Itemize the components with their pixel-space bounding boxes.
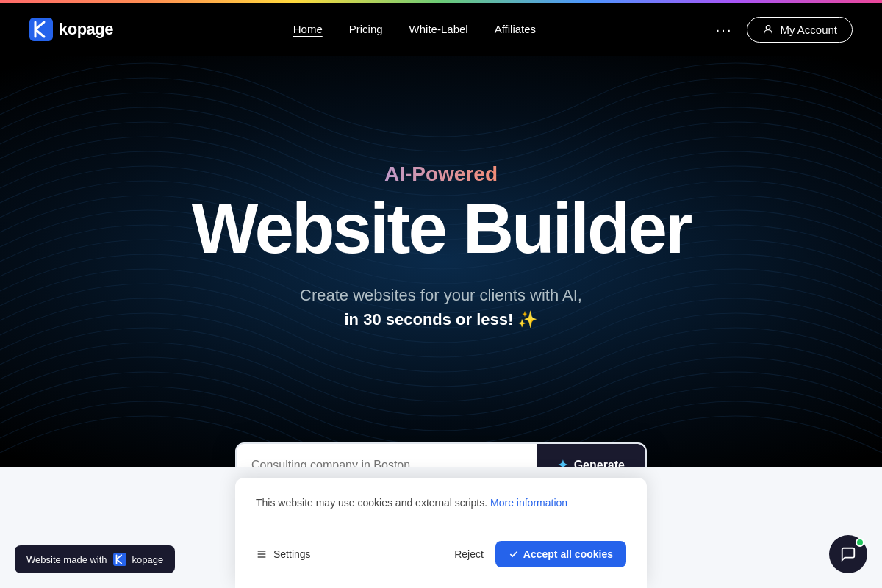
settings-button[interactable]: Settings [256, 548, 311, 560]
settings-icon [256, 548, 268, 560]
sparkle-icon: ✦ [557, 457, 568, 467]
nav-pricing[interactable]: Pricing [349, 23, 383, 36]
kopage-logo-small [113, 553, 126, 566]
logo-icon [29, 18, 53, 41]
more-info-link[interactable]: More information [490, 497, 567, 509]
subtitle-text: Create websites for your clients with AI… [192, 283, 691, 331]
svg-rect-5 [113, 553, 126, 566]
ai-powered-text: AI-Powered [192, 162, 691, 186]
svg-rect-0 [29, 18, 53, 41]
cookie-actions: Settings Reject Accept all cookies [256, 541, 626, 567]
logo-text: kopage [59, 20, 113, 39]
generate-button[interactable]: ✦ Generate [537, 444, 645, 467]
accept-cookies-button[interactable]: Accept all cookies [495, 541, 626, 567]
nav-home[interactable]: Home [293, 23, 323, 36]
chat-icon [840, 546, 856, 562]
hero-section: AI-Powered Website Builder Create websit… [0, 56, 882, 467]
cookie-divider [256, 526, 626, 526]
headline-text: Website Builder [192, 192, 691, 266]
chat-button[interactable] [829, 535, 867, 573]
nav-right: ··· My Account [716, 17, 853, 43]
my-account-button[interactable]: My Account [747, 17, 853, 43]
cookie-message: This website may use cookies and externa… [256, 495, 626, 511]
search-input[interactable] [237, 445, 537, 467]
nav-affiliates[interactable]: Affiliates [495, 23, 536, 36]
made-with-badge: Website made with kopage [15, 545, 175, 573]
user-icon [762, 24, 774, 35]
hero-content: AI-Powered Website Builder Create websit… [192, 162, 691, 362]
checkmark-icon [509, 549, 519, 559]
logo[interactable]: kopage [29, 18, 113, 41]
nav-whitelabel[interactable]: White-Label [409, 23, 468, 36]
reject-button[interactable]: Reject [454, 548, 484, 560]
navbar: kopage Home Pricing White-Label Affiliat… [0, 3, 882, 56]
cookie-banner: This website may use cookies and externa… [235, 478, 647, 588]
online-indicator [856, 538, 864, 547]
more-options-button[interactable]: ··· [716, 21, 733, 38]
search-bar-wrapper: ✦ Generate [235, 442, 647, 467]
search-bar: ✦ Generate [235, 442, 647, 467]
nav-links: Home Pricing White-Label Affiliates [293, 23, 536, 36]
svg-point-1 [767, 26, 770, 29]
